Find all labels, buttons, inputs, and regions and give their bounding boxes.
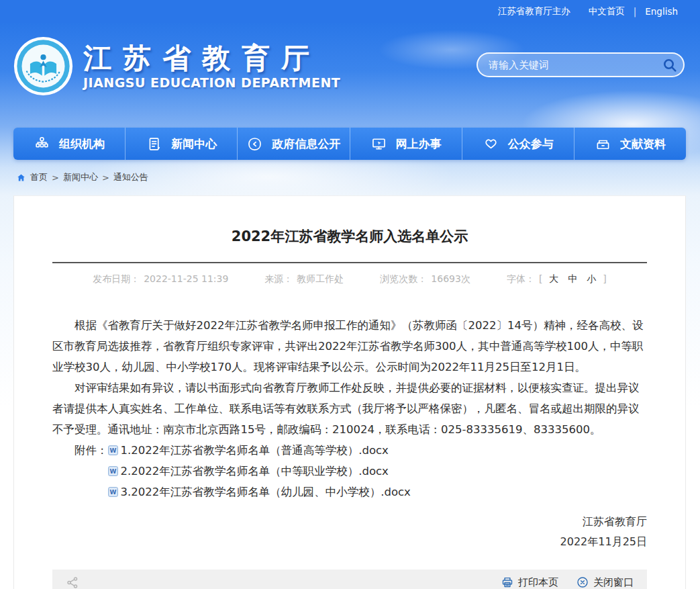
meta-value: 2022-11-25 11:39 [144,273,228,285]
breadcrumb-home[interactable]: 首页 [30,171,48,183]
article-meta: 发布日期： 2022-11-25 11:39 来源： 教师工作处 浏览次数： 1… [52,273,647,285]
meta-views: 浏览次数： 16693次 [380,273,470,285]
nav-item-label: 政府信息公开 [272,136,340,152]
article-body: 根据《省教育厅关于做好2022年江苏省教学名师申报工作的通知》（苏教师函〔202… [52,315,647,552]
nav-item-label: 公众参与 [508,136,554,152]
breadcrumb-separator: > [52,173,59,183]
meta-label: 发布日期： [93,273,140,285]
attachment-filename: 3.2022年江苏省教学名师名单（幼儿园、中小学校）.docx [121,482,411,502]
printer-icon [501,576,514,589]
news-doc-icon [146,136,162,152]
nav-item-label: 文献资料 [620,136,666,152]
meta-source: 来源： 教师工作处 [264,273,344,285]
share-icon [66,576,80,589]
print-button[interactable]: 打印本页 [501,576,558,589]
font-size-large-button[interactable]: 大 [546,273,561,285]
jiangsu-education-emblem-logo [13,36,73,96]
meta-label: 浏览次数： [380,273,427,285]
meta-font-size-control: 字体： [ 大 中 小 ] [507,273,607,285]
header-banner: 江苏省教育厅 JIANGSU EDUCATION DEPARTMENT [0,23,700,195]
attachment-link-2[interactable]: W 2.2022年江苏省教学名师名单（中等职业学校）.docx [108,461,411,482]
org-chart-icon [34,136,50,152]
close-circle-icon [576,576,589,589]
font-size-medium-button[interactable]: 中 [565,273,580,285]
meta-value: 教师工作处 [297,273,344,285]
nav-item-gov-info-disclosure[interactable]: 政府信息公开 [238,128,350,160]
nav-item-online-services[interactable]: 网上办事 [350,128,462,160]
brand-text: 江苏省教育厅 JIANGSU EDUCATION DEPARTMENT [83,42,340,90]
breadcrumb: 首页 > 新闻中心 > 通知公告 [16,171,148,183]
svg-text:W: W [109,489,116,496]
topbar-link-chinese-home[interactable]: 中文首页 [589,5,625,17]
breadcrumb-current: 通知公告 [113,171,148,183]
topbar-link-host[interactable]: 江苏省教育厅主办 [498,5,570,17]
toolbar-actions: 打印本页 关闭窗口 [501,576,634,589]
site-subtitle: JIANGSU EDUCATION DEPARTMENT [83,75,340,90]
article-paragraph: 对评审结果如有异议，请以书面形式向省教育厅教师工作处反映，并提供必要的证据材料，… [52,377,647,440]
nav-item-label: 组织机构 [59,136,105,152]
heart-icon [483,136,499,152]
attachment-filename: 1.2022年江苏省教学名师名单（普通高等学校）.docx [121,440,389,461]
attachment-filename: 2.2022年江苏省教学名师名单（中等职业学校）.docx [121,461,389,482]
archive-drawer-icon [595,136,611,152]
word-doc-icon: W [108,466,118,476]
home-icon [16,173,26,183]
nav-item-public-participation[interactable]: 公众参与 [462,128,574,160]
article-card: 2022年江苏省教学名师入选名单公示 发布日期： 2022-11-25 11:3… [13,195,686,589]
article-title: 2022年江苏省教学名师入选名单公示 [52,220,647,246]
bracket: ] [603,273,606,285]
close-label: 关闭窗口 [593,576,634,589]
signature-date: 2022年11月25日 [52,532,647,552]
bracket: [ [539,273,542,285]
meta-label: 字体： [507,273,535,285]
attachments-list: W 1.2022年江苏省教学名师名单（普通高等学校）.docx W 2.2 [108,440,411,502]
attachment-link-1[interactable]: W 1.2022年江苏省教学名师名单（普通高等学校）.docx [108,440,411,461]
print-label: 打印本页 [518,576,558,589]
attachment-link-3[interactable]: W 3.2022年江苏省教学名师名单（幼儿园、中小学校）.docx [108,482,411,502]
search-box [477,52,685,77]
site-brand: 江苏省教育厅 JIANGSU EDUCATION DEPARTMENT [13,36,340,96]
attachments-section: 附件： W 1.2022年江苏省教学名师名单（普通高等学校）.docx [74,440,647,502]
share-button[interactable] [66,576,80,589]
nav-item-label: 网上办事 [396,136,442,152]
content-background: 2022年江苏省教学名师入选名单公示 发布日期： 2022-11-25 11:3… [0,195,700,589]
article-paragraph: 根据《省教育厅关于做好2022年江苏省教学名师申报工作的通知》（苏教师函〔202… [52,315,647,377]
info-circle-icon [246,136,263,152]
title-divider [52,262,647,263]
site-title: 江苏省教育厅 [83,42,340,75]
meta-value: 16693次 [431,273,470,285]
meta-label: 来源： [264,273,293,285]
topbar: 江苏省教育厅主办 中文首页 | English [0,0,700,23]
breadcrumb-news-center[interactable]: 新闻中心 [63,171,98,183]
topbar-link-english[interactable]: English [645,6,678,17]
nav-item-label: 新闻中心 [171,136,217,152]
main-navigation: 组织机构 新闻中心 政府信息公开 [13,128,686,160]
font-size-small-button[interactable]: 小 [584,273,599,285]
svg-text:W: W [109,468,116,475]
word-doc-icon: W [108,445,118,455]
meta-publish-date: 发布日期： 2022-11-25 11:39 [93,273,228,285]
monitor-cursor-icon [370,136,387,152]
close-button[interactable]: 关闭窗口 [576,576,634,589]
search-icon [662,57,678,73]
topbar-divider: | [634,6,637,17]
signature-organization: 江苏省教育厅 [52,512,647,532]
nav-item-document-resources[interactable]: 文献资料 [574,128,686,160]
nav-item-news-center[interactable]: 新闻中心 [126,128,238,160]
search-button[interactable] [662,57,678,73]
attachments-label: 附件： [74,440,108,461]
nav-item-organization[interactable]: 组织机构 [13,128,126,160]
search-input[interactable] [489,59,662,71]
bottom-toolbar: 打印本页 关闭窗口 [52,570,647,589]
breadcrumb-separator: > [102,173,109,183]
svg-text:W: W [109,447,116,454]
word-doc-icon: W [108,487,118,497]
